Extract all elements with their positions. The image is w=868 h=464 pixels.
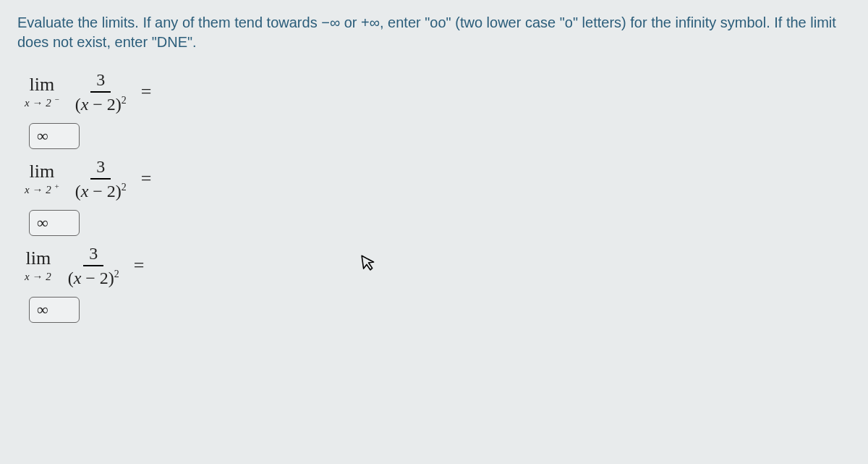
lim-var: x xyxy=(25,184,30,195)
lim-side: + xyxy=(54,182,59,190)
den-exp: 2 xyxy=(114,269,119,279)
denominator: (x − 2)2 xyxy=(71,180,131,200)
limit-expression-1: lim x → 2 − 3 (x − 2)2 = xyxy=(25,71,851,113)
lim-subscript: x → 2 + xyxy=(25,182,59,195)
answer-input-3[interactable]: ∞ xyxy=(29,297,80,323)
denominator: (x − 2)2 xyxy=(64,266,124,287)
lim-operator: lim x → 2 + xyxy=(25,162,59,195)
lim-arrow: → xyxy=(32,184,43,195)
limit-block-2: lim x → 2 + 3 (x − 2)2 = ∞ xyxy=(25,158,851,236)
numerator: 3 xyxy=(83,245,103,266)
den-x: x xyxy=(81,182,89,201)
den-x: x xyxy=(81,95,89,114)
fraction: 3 (x − 2)2 xyxy=(71,71,131,113)
lim-operator: lim x → 2 xyxy=(25,249,52,282)
den-x: x xyxy=(74,269,82,287)
lim-var: x xyxy=(25,271,30,282)
den-rest: − 2) xyxy=(88,95,122,114)
lim-var: x xyxy=(25,97,30,109)
den-rest: − 2) xyxy=(81,269,114,287)
instructions-text: Evaluate the limits. If any of them tend… xyxy=(17,13,851,52)
limit-block-3: lim x → 2 3 (x − 2)2 = ∞ xyxy=(25,245,851,323)
lim-subscript: x → 2 xyxy=(25,269,52,282)
numerator: 3 xyxy=(90,158,111,180)
lim-target: 2 xyxy=(46,97,51,109)
denominator: (x − 2)2 xyxy=(71,93,131,113)
answer-input-1[interactable]: ∞ xyxy=(29,123,80,149)
cursor-icon xyxy=(360,253,378,277)
lim-subscript: x → 2 − xyxy=(25,96,59,109)
den-paren-l: ( xyxy=(75,182,81,201)
den-paren-l: ( xyxy=(75,95,81,114)
numerator: 3 xyxy=(90,71,111,93)
lim-target: 2 xyxy=(46,271,51,282)
den-rest: − 2) xyxy=(88,182,122,201)
answer-value: ∞ xyxy=(37,127,48,145)
equals-sign: = xyxy=(134,255,145,277)
lim-text: lim xyxy=(29,75,54,94)
lim-side: − xyxy=(54,95,59,104)
answer-input-2[interactable]: ∞ xyxy=(29,210,80,236)
lim-text: lim xyxy=(26,249,51,268)
limit-expression-2: lim x → 2 + 3 (x − 2)2 = xyxy=(25,158,851,200)
lim-target: 2 xyxy=(46,184,51,195)
limit-block-1: lim x → 2 − 3 (x − 2)2 = ∞ xyxy=(25,71,851,149)
lim-arrow: → xyxy=(32,271,43,282)
lim-operator: lim x → 2 − xyxy=(25,75,59,109)
equals-sign: = xyxy=(141,81,152,103)
fraction: 3 (x − 2)2 xyxy=(71,158,131,200)
answer-value: ∞ xyxy=(37,214,48,232)
problem-page: Evaluate the limits. If any of them tend… xyxy=(0,0,868,464)
equals-sign: = xyxy=(141,168,152,190)
lim-arrow: → xyxy=(32,97,43,109)
answer-value: ∞ xyxy=(37,300,48,319)
lim-text: lim xyxy=(29,162,54,181)
den-exp: 2 xyxy=(122,95,127,106)
limit-expression-3: lim x → 2 3 (x − 2)2 = xyxy=(25,245,851,287)
den-paren-l: ( xyxy=(68,269,74,287)
den-exp: 2 xyxy=(122,182,127,193)
fraction: 3 (x − 2)2 xyxy=(64,245,124,287)
